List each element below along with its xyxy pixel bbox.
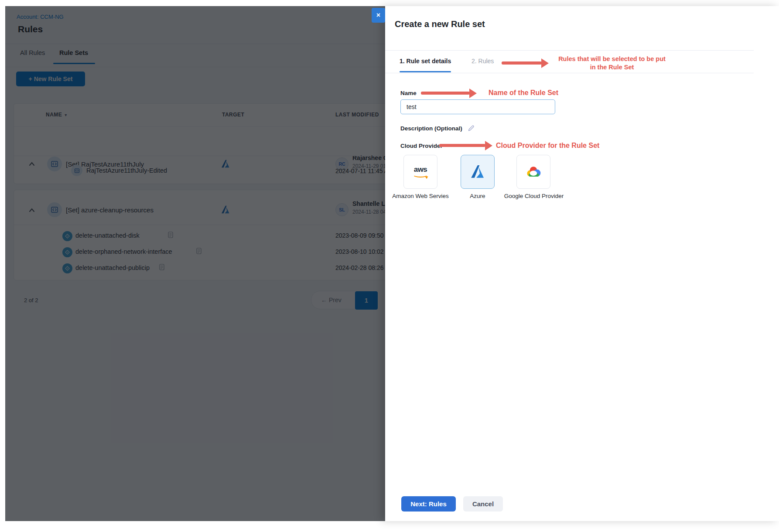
provider-card-aws[interactable]: aws — [403, 155, 437, 189]
provider-label-azure: Azure — [447, 192, 508, 200]
description-label: Description (Optional) — [400, 125, 462, 132]
cloud-provider-label: Cloud Provider — [400, 143, 443, 149]
aws-smile-arrow — [413, 172, 428, 177]
name-input[interactable] — [400, 99, 555, 114]
annotation-arrow-steps — [502, 61, 542, 65]
annotation-arrow-provider — [439, 144, 485, 147]
aws-logo-icon: aws — [413, 166, 428, 177]
provider-label-aws: Amazon Web Servies — [390, 192, 451, 200]
drawer-title: Create a new Rule set — [395, 19, 485, 29]
gcp-logo-icon — [525, 165, 542, 178]
provider-card-azure[interactable] — [461, 155, 495, 189]
annotation-steps-line1: Rules that will be selected to be put — [547, 55, 677, 63]
screenshot-canvas: Account: CCM-NG Rules All Rules Rule Set… — [0, 0, 779, 532]
edit-pencil-icon[interactable] — [468, 125, 475, 132]
annotation-provider: Cloud Provider for the Rule Set — [496, 142, 599, 150]
step-rule-set-details[interactable]: 1. Rule set details — [400, 58, 451, 65]
step-rules[interactable]: 2. Rules — [472, 58, 494, 65]
provider-card-gcp[interactable] — [516, 155, 550, 189]
annotation-arrow-name — [421, 92, 470, 95]
azure-logo-icon — [470, 164, 485, 180]
create-ruleset-drawer: Create a new Rule set 1. Rule set detail… — [385, 6, 779, 521]
cancel-button[interactable]: Cancel — [463, 496, 503, 512]
active-step-underline — [400, 71, 451, 72]
annotation-steps-line2: in the Rule Set — [547, 63, 677, 72]
next-rules-button[interactable]: Next: Rules — [401, 496, 456, 512]
provider-label-gcp: Google Cloud Provider — [503, 192, 564, 200]
name-label: Name — [400, 90, 417, 96]
annotation-name: Name of the Rule Set — [489, 89, 558, 97]
drawer-close-button[interactable]: × — [372, 8, 385, 23]
annotation-steps: Rules that will be selected to be put in… — [547, 55, 677, 72]
